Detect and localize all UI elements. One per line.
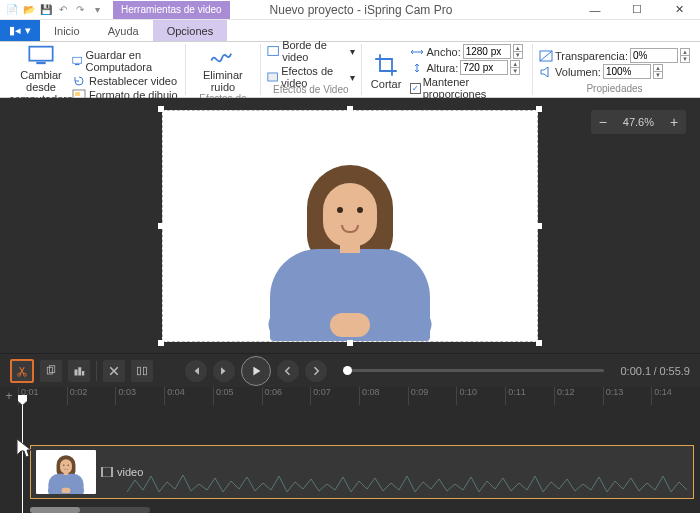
eliminar-ruido-button[interactable]: Eliminar ruido (192, 44, 254, 93)
resize-handle[interactable] (347, 340, 353, 346)
transparency-input[interactable] (630, 48, 678, 63)
step-fwd-button[interactable] (305, 360, 327, 382)
computer-icon (27, 44, 55, 68)
seek-thumb[interactable] (343, 366, 352, 375)
zoom-in-button[interactable]: + (662, 114, 686, 130)
tab-opciones[interactable]: Opciones (153, 20, 227, 41)
delete-tool-button[interactable] (103, 360, 125, 382)
timeline[interactable]: video (0, 405, 700, 513)
seek-bar[interactable] (343, 369, 604, 372)
step-back-button[interactable] (277, 360, 299, 382)
save-icon (72, 55, 82, 67)
ruler-tick: 0:04 (164, 387, 213, 405)
clip-thumbnail (36, 450, 96, 494)
clip-icon (101, 467, 113, 477)
borde-video-button[interactable]: Borde de video ▾ (267, 38, 355, 64)
eliminar-label: Eliminar ruido (192, 69, 254, 93)
svg-rect-17 (144, 367, 147, 375)
maximize-button[interactable]: ☐ (616, 0, 658, 20)
qat-undo-icon[interactable]: ↶ (55, 2, 71, 18)
qat-save-icon[interactable]: 💾 (38, 2, 54, 18)
resize-handle[interactable] (347, 106, 353, 112)
ruler-tick: 0:12 (554, 387, 603, 405)
minimize-button[interactable]: — (574, 0, 616, 20)
height-icon (410, 63, 424, 73)
tab-inicio[interactable]: Inicio (40, 20, 94, 41)
svg-rect-19 (101, 467, 103, 477)
resize-handle[interactable] (536, 223, 542, 229)
ruler-tick: 0:08 (359, 387, 408, 405)
cortar-label: Cortar (371, 78, 402, 90)
zoom-out-button[interactable]: − (591, 114, 615, 130)
svg-rect-14 (78, 367, 81, 375)
height-spinner[interactable]: ▲▼ (510, 60, 520, 75)
aspect-checkbox[interactable]: ✓ (410, 83, 420, 94)
next-frame-button[interactable] (213, 360, 235, 382)
svg-rect-1 (36, 62, 45, 64)
qat-open-icon[interactable]: 📂 (21, 2, 37, 18)
volume-input[interactable] (603, 64, 651, 79)
ruler-tick: 0:07 (310, 387, 359, 405)
preview-viewport: − 47.6% + (0, 98, 700, 353)
svg-rect-7 (268, 73, 278, 81)
svg-rect-2 (73, 57, 82, 63)
svg-rect-20 (111, 467, 113, 477)
svg-rect-13 (75, 369, 78, 375)
waveform (127, 470, 687, 496)
cortar-button[interactable]: Cortar (368, 44, 405, 100)
noise-icon (209, 44, 237, 68)
time-display: 0:00.1 / 0:55.9 (620, 365, 690, 377)
timeline-scrollbar[interactable] (30, 507, 150, 513)
ruler-tick: 0:14 (651, 387, 700, 405)
restablecer-button[interactable]: Restablecer video (72, 74, 179, 88)
volume-icon (539, 66, 553, 78)
resize-handle[interactable] (536, 340, 542, 346)
copy-tool-button[interactable] (40, 360, 62, 382)
tab-ayuda[interactable]: Ayuda (94, 20, 153, 41)
border-icon (267, 45, 279, 57)
crop-icon (372, 53, 400, 77)
cambiar-desde-computadora-button[interactable]: Cambiar desde computadora (10, 44, 72, 105)
video-canvas[interactable] (162, 110, 538, 342)
video-track[interactable]: video (30, 445, 694, 499)
guardar-button[interactable]: Guardar en Computadora (72, 48, 179, 74)
split-tool-button[interactable] (131, 360, 153, 382)
ruler-tick: 0:06 (262, 387, 311, 405)
file-tab[interactable]: ▮◂ ▾ (0, 20, 40, 41)
ruler-tick: 0:03 (115, 387, 164, 405)
qat-redo-icon[interactable]: ↷ (72, 2, 88, 18)
height-input[interactable] (460, 60, 508, 75)
ruler-tick: 0:10 (456, 387, 505, 405)
svg-rect-5 (75, 92, 80, 96)
resize-handle[interactable] (536, 106, 542, 112)
resize-handle[interactable] (158, 340, 164, 346)
resize-handle[interactable] (158, 106, 164, 112)
app-title: Nuevo proyecto - iSpring Cam Pro (230, 3, 574, 17)
width-icon (410, 47, 424, 57)
cursor-icon (14, 437, 34, 466)
group-propiedades-label: Propiedades (539, 83, 690, 95)
width-input[interactable] (463, 44, 511, 59)
cut-tool-button[interactable] (10, 359, 34, 383)
svg-rect-3 (75, 64, 79, 65)
crop-tool-button[interactable] (68, 360, 90, 382)
svg-rect-15 (82, 371, 84, 376)
context-tab-label: Herramientas de video (113, 1, 230, 19)
svg-rect-16 (138, 367, 141, 375)
close-button[interactable]: ✕ (658, 0, 700, 20)
resize-handle[interactable] (158, 223, 164, 229)
add-track-button[interactable]: + (2, 389, 16, 403)
prev-frame-button[interactable] (185, 360, 207, 382)
play-button[interactable] (241, 356, 271, 386)
volume-spinner[interactable]: ▲▼ (653, 64, 663, 79)
timeline-ruler[interactable]: + 0:010:020:030:040:050:060:070:080:090:… (0, 387, 700, 405)
qat-dropdown-icon[interactable]: ▾ (89, 2, 105, 18)
qat-new-icon[interactable]: 📄 (4, 2, 20, 18)
transparency-spinner[interactable]: ▲▼ (680, 48, 690, 63)
ruler-tick: 0:13 (603, 387, 652, 405)
effects-icon (267, 71, 278, 83)
zoom-value: 47.6% (615, 116, 662, 128)
width-spinner[interactable]: ▲▼ (513, 44, 523, 59)
svg-rect-0 (29, 47, 52, 61)
svg-rect-6 (268, 47, 278, 56)
